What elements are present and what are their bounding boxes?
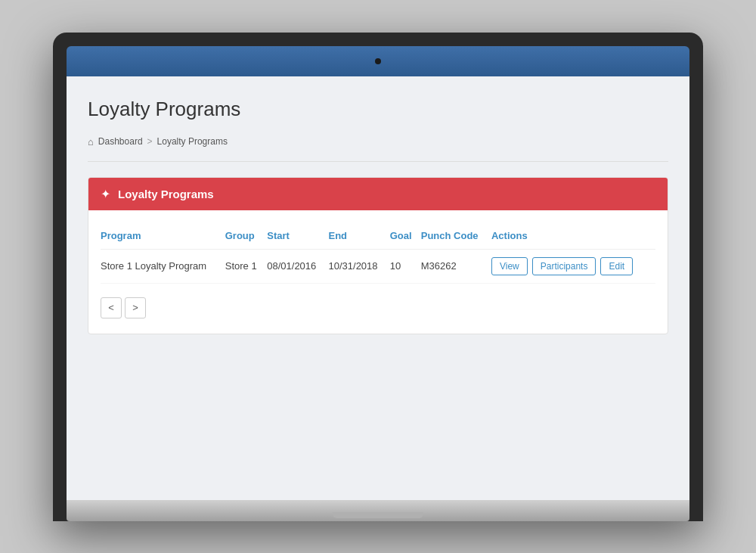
col-goal: Goal [390,225,421,250]
table-body: Store 1 Loyalty Program Store 1 08/01/20… [101,249,655,283]
home-icon: ⌂ [88,136,94,148]
laptop-notch [333,512,423,518]
laptop-frame: Loyalty Programs ⌂ Dashboard > Loyalty P… [53,33,703,521]
table-header-row: Program Group Start End Goal Punch Code … [101,225,655,250]
col-punch-code: Punch Code [421,225,491,250]
participants-button[interactable]: Participants [532,257,596,275]
breadcrumb-current: Loyalty Programs [157,136,228,147]
cell-goal: 10 [390,249,421,283]
cell-group: Store 1 [225,249,268,283]
edit-button[interactable]: Edit [600,257,633,275]
card-header-icon: ✦ [101,187,110,201]
breadcrumb: ⌂ Dashboard > Loyalty Programs [88,129,668,162]
view-button[interactable]: View [491,257,528,275]
laptop-bottom [67,500,689,521]
cell-end: 10/31/2018 [328,249,389,283]
laptop-top-bar [67,46,689,76]
col-group: Group [225,225,268,250]
laptop-camera [375,58,381,64]
col-actions: Actions [491,225,655,250]
cell-program: Store 1 Loyalty Program [101,249,225,283]
next-page-button[interactable]: > [125,297,146,318]
cell-actions: View Participants Edit [491,249,655,283]
col-program: Program [101,225,225,250]
col-end: End [328,225,389,250]
prev-page-button[interactable]: < [101,297,122,318]
cell-punch-code: M36262 [421,249,491,283]
table-row: Store 1 Loyalty Program Store 1 08/01/20… [101,249,655,283]
laptop-screen: Loyalty Programs ⌂ Dashboard > Loyalty P… [67,76,689,500]
programs-table: Program Group Start End Goal Punch Code … [101,225,655,284]
action-buttons: View Participants Edit [491,257,649,275]
breadcrumb-dashboard[interactable]: Dashboard [98,136,143,147]
table-header: Program Group Start End Goal Punch Code … [101,225,655,250]
card-header: ✦ Loyalty Programs [88,178,668,210]
breadcrumb-separator: > [147,136,153,147]
cell-start: 08/01/2016 [267,249,328,283]
card-header-title: Loyalty Programs [118,188,214,200]
loyalty-programs-card: ✦ Loyalty Programs Program Group Start E… [88,177,668,334]
col-start: Start [267,225,328,250]
card-body: Program Group Start End Goal Punch Code … [88,210,668,334]
page-title: Loyalty Programs [88,98,668,121]
pagination: < > [101,297,655,318]
page-content: Loyalty Programs ⌂ Dashboard > Loyalty P… [67,76,689,500]
